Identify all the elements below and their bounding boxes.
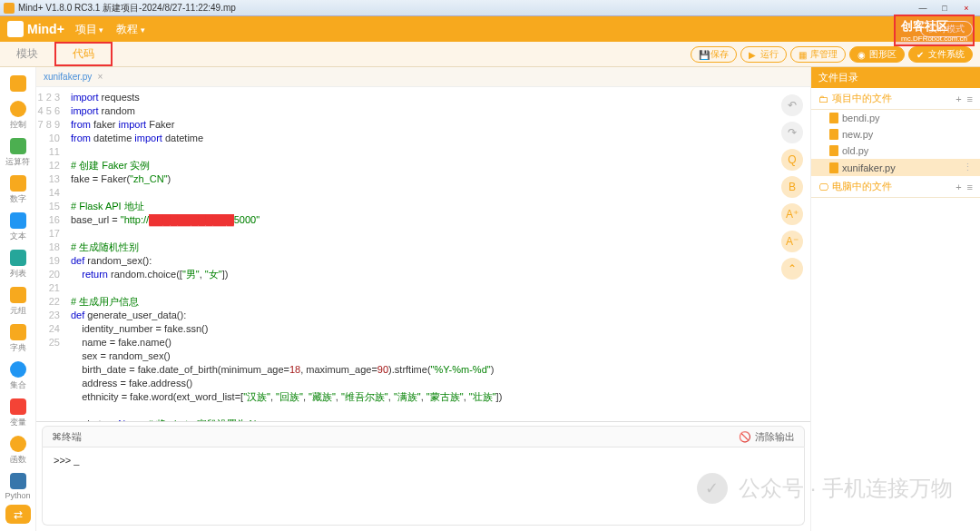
close-button[interactable]: ×: [956, 2, 976, 15]
undo-button[interactable]: ↶: [781, 94, 803, 116]
file-icon: [829, 129, 838, 140]
tab-code[interactable]: 代码: [54, 42, 113, 66]
sidebar-function[interactable]: 函数: [2, 433, 34, 468]
editor-side-buttons: ↶ ↷ Q B A⁺ A⁻ ⌃: [781, 94, 803, 280]
code-editor[interactable]: 1 2 3 4 5 6 7 8 9 10 11 12 13 14 15 16 1…: [36, 87, 810, 421]
clear-output-button[interactable]: 🚫清除输出: [739, 430, 795, 444]
close-tab-icon[interactable]: ×: [97, 72, 103, 82]
sidebar-list[interactable]: 列表: [2, 247, 34, 282]
app-icon: [4, 3, 15, 14]
sidebar-tuple[interactable]: 元组: [2, 284, 34, 320]
file-item[interactable]: bendi.py: [811, 110, 980, 126]
search-icon[interactable]: [2, 73, 34, 96]
lib-manager-button[interactable]: ▦库管理: [790, 46, 846, 63]
sidebar-operator[interactable]: 运算符: [2, 135, 34, 171]
terminal-icon: ⌘: [52, 431, 62, 443]
file-icon: [829, 162, 838, 173]
line-gutter: 1 2 3 4 5 6 7 8 9 10 11 12 13 14 15 16 1…: [36, 87, 65, 421]
file-menu-icon[interactable]: ⋮: [963, 162, 973, 173]
file-icon: [829, 145, 838, 156]
sidebar-set[interactable]: 集合: [2, 359, 34, 394]
terminal-body[interactable]: >>> _: [42, 447, 805, 526]
file-icon: [829, 113, 838, 123]
tab-blocks[interactable]: 模块: [0, 42, 54, 66]
clear-icon: 🚫: [739, 431, 751, 443]
save-button[interactable]: 💾保存: [691, 46, 737, 63]
search-code-button[interactable]: Q: [781, 149, 803, 171]
app-logo: Mind+: [7, 21, 64, 37]
sidebar-dict[interactable]: 字典: [2, 321, 34, 357]
terminal-prompt: >>> _: [54, 455, 79, 466]
sidebar-python[interactable]: Python: [2, 470, 34, 503]
computer-icon: 🖵: [818, 182, 828, 192]
menu-project[interactable]: 项目: [75, 22, 104, 37]
file-system-button[interactable]: ✔文件系统: [908, 46, 973, 63]
redo-button[interactable]: ↷: [781, 122, 803, 143]
graphics-area-button[interactable]: ◉图形区: [849, 46, 905, 63]
file-directory-panel: 文件目录 🗀项目中的文件 +≡ bendi.py new.py old.py x…: [811, 67, 980, 531]
terminal-title: 终端: [62, 430, 82, 444]
scroll-top-button[interactable]: ⌃: [781, 258, 803, 280]
community-overlay: 创客社区 mc.DFRobot.com.cn: [894, 15, 975, 46]
window-title: Mind+ V1.8.0 RC3.1 新建项目-2024/8/27-11:22:…: [18, 2, 236, 15]
editor-file-tabs: xunifaker.py×: [36, 67, 810, 87]
file-item[interactable]: new.py: [811, 126, 980, 143]
top-menu-bar: Mind+ 项目 教程 实时模式 创客社区 mc.DFRobot.com.cn: [0, 16, 980, 42]
file-tab-active[interactable]: xunifaker.py×: [36, 72, 110, 82]
sidebar-variable[interactable]: 变量: [2, 396, 34, 431]
sidebar-control[interactable]: 控制: [2, 98, 34, 133]
minimize-button[interactable]: —: [913, 2, 933, 15]
add-file-button[interactable]: +: [956, 182, 961, 192]
category-sidebar: 控制 运算符 数字 文本 列表 元组 字典 集合 变量 函数 Python ⇄: [0, 67, 36, 531]
terminal-header: ⌘ 终端 🚫清除输出: [42, 426, 805, 447]
sidebar-text[interactable]: 文本: [2, 210, 34, 245]
file-item[interactable]: old.py: [811, 143, 980, 159]
menu-icon[interactable]: ≡: [967, 93, 973, 104]
computer-files-section[interactable]: 🖵电脑中的文件 +≡: [811, 176, 980, 198]
window-titlebar: Mind+ V1.8.0 RC3.1 新建项目-2024/8/27-11:22:…: [0, 0, 980, 16]
file-item-selected[interactable]: xunifaker.py⋮: [811, 159, 980, 176]
view-tab-bar: 模块 代码 💾保存 ▶运行 ▦库管理 ◉图形区 ✔文件系统: [0, 42, 980, 67]
sidebar-number[interactable]: 数字: [2, 172, 34, 208]
project-files-section[interactable]: 🗀项目中的文件 +≡: [811, 88, 980, 110]
code-content[interactable]: import requests import random from faker…: [65, 87, 810, 421]
menu-icon[interactable]: ≡: [967, 182, 973, 192]
mode-switcher-button[interactable]: ⇄: [5, 505, 31, 524]
file-directory-title: 文件目录: [811, 67, 980, 88]
font-decrease-button[interactable]: A⁻: [781, 231, 803, 252]
add-file-button[interactable]: +: [956, 93, 961, 104]
font-increase-button[interactable]: A⁺: [781, 203, 803, 225]
run-button[interactable]: ▶运行: [740, 46, 787, 63]
bold-button[interactable]: B: [781, 176, 803, 198]
folder-icon: 🗀: [818, 93, 828, 104]
maximize-button[interactable]: □: [935, 2, 955, 15]
menu-tutorial[interactable]: 教程: [116, 22, 145, 37]
